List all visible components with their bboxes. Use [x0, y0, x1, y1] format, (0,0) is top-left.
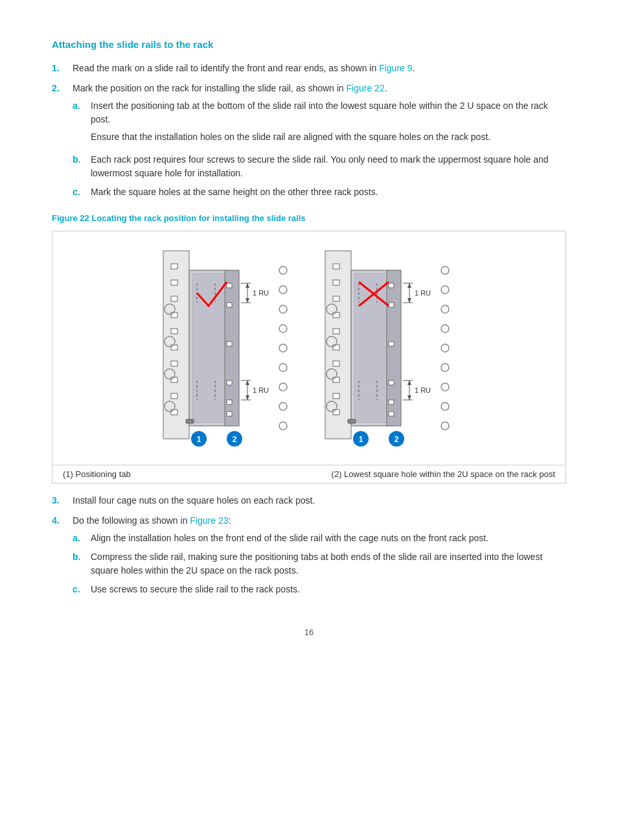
steps-after-list: 3. Install four cage nuts on the square … — [52, 494, 566, 601]
svg-rect-40 — [186, 419, 194, 423]
svg-rect-56 — [333, 280, 339, 285]
svg-marker-87 — [407, 380, 411, 385]
svg-point-48 — [279, 325, 287, 332]
step-2: 2. Mark the position on the rack for ins… — [52, 82, 566, 204]
steps-list: 1. Read the mark on a slide rail to iden… — [52, 62, 566, 204]
svg-point-108 — [441, 402, 449, 410]
step-2a-note: Ensure that the installation holes on th… — [91, 130, 566, 144]
step-4-text: Do the following as shown in Figure 23: — [73, 514, 566, 528]
step-2b-letter: b. — [73, 153, 91, 180]
svg-point-45 — [279, 266, 287, 274]
svg-rect-15 — [227, 303, 232, 307]
step-2a-text: Insert the positioning tab at the bottom… — [91, 100, 548, 124]
svg-point-49 — [279, 344, 287, 352]
figure-caption-right: (2) Lowest square hole within the 2U spa… — [332, 469, 555, 479]
step-1-link[interactable]: Figure 9 — [379, 63, 412, 73]
step-3: 3. Install four cage nuts on the square … — [52, 494, 566, 508]
step-2a-content: Insert the positioning tab at the bottom… — [91, 99, 566, 148]
step-4c-text: Use screws to secure the slide rail to t… — [91, 584, 300, 594]
svg-rect-72 — [389, 400, 394, 404]
svg-marker-80 — [407, 298, 411, 303]
figure-diagram: 1 RU 1 RU 1 2 — [52, 238, 566, 458]
step-2c-content: Mark the square holes at the same height… — [91, 185, 566, 199]
svg-marker-79 — [407, 283, 411, 288]
svg-point-52 — [279, 402, 287, 410]
svg-rect-96 — [348, 419, 356, 423]
step-1-num: 1. — [52, 62, 73, 75]
step-4-num: 4. — [52, 514, 73, 601]
svg-marker-34 — [246, 395, 249, 400]
figure-caption: (1) Positioning tab (2) Lowest square ho… — [52, 465, 566, 483]
step-1-text: Read the mark on a slide rail to identif… — [73, 63, 379, 73]
svg-rect-61 — [333, 361, 339, 366]
svg-marker-25 — [246, 283, 249, 288]
section-title: Attaching the slide rails to the rack — [52, 39, 566, 50]
step-3-text: Install four cage nuts on the square hol… — [73, 495, 315, 506]
svg-rect-10 — [171, 410, 177, 415]
step-2-link[interactable]: Figure 22 — [347, 83, 385, 93]
step-2-num: 2. — [52, 82, 73, 204]
svg-rect-7 — [171, 361, 177, 366]
svg-marker-26 — [246, 298, 249, 303]
step-4c-letter: c. — [73, 583, 91, 596]
step-4a-text: Align the installation holes on the fron… — [91, 533, 488, 543]
svg-point-51 — [279, 383, 287, 391]
figure-left-diagram: 1 RU 1 RU 1 2 — [157, 244, 299, 452]
step-2c-text: Mark the square holes at the same height… — [91, 187, 378, 197]
step-2b-content: Each rack post requires four screws to s… — [91, 153, 566, 180]
svg-marker-88 — [407, 395, 411, 400]
step-2c-letter: c. — [73, 185, 91, 199]
svg-rect-14 — [227, 283, 232, 288]
svg-point-50 — [279, 364, 287, 371]
svg-rect-71 — [389, 380, 394, 385]
figure-right-diagram: 1 RU 1 RU 1 2 — [319, 244, 461, 452]
svg-rect-4 — [171, 312, 177, 318]
svg-rect-63 — [333, 393, 339, 399]
step-4b: b. Compress the slide rail, making sure … — [73, 550, 566, 578]
svg-text:1: 1 — [359, 435, 363, 444]
step-1-text-after: . — [413, 63, 415, 73]
svg-rect-3 — [171, 296, 177, 301]
svg-text:1: 1 — [197, 435, 201, 444]
svg-rect-58 — [333, 312, 339, 318]
svg-rect-62 — [333, 377, 339, 382]
step-2-sub-list: a. Insert the positioning tab at the bot… — [73, 99, 566, 199]
step-4b-content: Compress the slide rail, making sure the… — [91, 550, 566, 578]
svg-rect-57 — [333, 296, 339, 301]
svg-rect-2 — [171, 280, 177, 285]
svg-point-53 — [279, 422, 287, 430]
svg-point-104 — [441, 325, 449, 332]
step-4b-letter: b. — [73, 550, 91, 578]
svg-text:1 RU: 1 RU — [253, 289, 269, 297]
step-4-content: Do the following as shown in Figure 23: … — [73, 514, 566, 601]
step-2a-letter: a. — [73, 99, 91, 148]
svg-text:1 RU: 1 RU — [415, 386, 431, 394]
step-2c: c. Mark the square holes at the same hei… — [73, 185, 566, 199]
step-4: 4. Do the following as shown in Figure 2… — [52, 514, 566, 601]
step-4-link[interactable]: Figure 23 — [190, 515, 228, 526]
step-2-content: Mark the position on the rack for instal… — [73, 82, 566, 204]
step-4a: a. Align the installation holes on the f… — [73, 531, 566, 545]
svg-rect-68 — [389, 283, 394, 288]
svg-point-47 — [279, 305, 287, 313]
svg-marker-33 — [246, 380, 249, 385]
svg-rect-8 — [171, 377, 177, 382]
svg-rect-64 — [333, 410, 339, 415]
svg-rect-16 — [227, 342, 232, 346]
svg-text:1 RU: 1 RU — [415, 289, 431, 297]
svg-rect-1 — [171, 264, 177, 269]
svg-text:1 RU: 1 RU — [253, 386, 269, 394]
svg-text:2: 2 — [395, 435, 399, 444]
step-2a: a. Insert the positioning tab at the bot… — [73, 99, 566, 148]
figure-title: Figure 22 Locating the rack position for… — [52, 213, 566, 223]
svg-rect-59 — [333, 329, 339, 334]
svg-point-101 — [441, 266, 449, 274]
step-2b-text: Each rack post requires four screws to s… — [91, 154, 549, 178]
svg-point-102 — [441, 286, 449, 294]
svg-rect-17 — [227, 380, 232, 385]
svg-rect-5 — [171, 329, 177, 334]
svg-rect-19 — [227, 412, 232, 416]
svg-point-103 — [441, 305, 449, 313]
step-3-num: 3. — [52, 494, 73, 508]
svg-rect-60 — [333, 345, 339, 350]
